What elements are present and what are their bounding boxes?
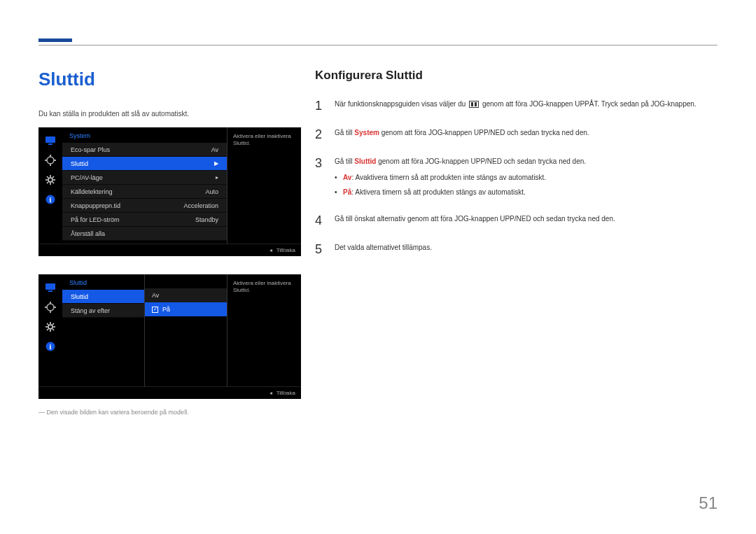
svg-text:i: i	[50, 343, 52, 351]
left-column: Sluttid Du kan ställa in produkten att s…	[38, 69, 301, 416]
step-number: 4	[315, 211, 325, 230]
step-3: 3 Gå till Sluttid genom att föra JOG-kna…	[315, 154, 714, 202]
list-item: Av: Avaktivera timern så att produkten i…	[335, 172, 586, 183]
svg-point-25	[48, 325, 52, 329]
svg-rect-18	[46, 283, 55, 290]
chevron-left-icon: ◂	[270, 247, 272, 253]
svg-rect-3	[50, 155, 51, 157]
osd-option-pa[interactable]: ✓På	[145, 302, 227, 316]
osd-row-sluttid[interactable]: Sluttid	[62, 290, 144, 304]
option-list: Av: Avaktivera timern så att produkten i…	[335, 172, 586, 197]
check-icon: ✓	[152, 307, 158, 313]
svg-rect-22	[50, 310, 51, 313]
target-icon	[44, 301, 57, 314]
step-text: Gå till Sluttid genom att föra JOG-knapp…	[335, 154, 586, 202]
osd-submenu: Av ✓På	[145, 274, 227, 386]
osd-sluttid-panel: i Sluttid Sluttid Stäng av efter Av ✓På …	[38, 274, 301, 399]
osd-row-offafter[interactable]: Stäng av efter	[62, 304, 144, 318]
step-5: 5 Det valda alternativet tillämpas.	[315, 240, 714, 259]
back-label: Tillbaka	[276, 247, 295, 253]
section-title: Sluttid	[38, 69, 301, 90]
osd-footer: ◂ Tillbaka	[38, 244, 301, 256]
step-number: 1	[315, 97, 325, 115]
header-rule	[38, 45, 718, 45]
svg-rect-6	[53, 160, 56, 161]
osd-menu-list: System Eco-spar PlusAv Sluttid▶ PC/AV-lä…	[62, 127, 227, 244]
jog-icon	[469, 101, 479, 108]
chevron-right-icon: ▶	[214, 160, 218, 167]
osd-sidebar: i	[38, 274, 62, 386]
svg-point-2	[47, 157, 54, 164]
osd-row-pcav[interactable]: PC/AV-läge▸	[62, 171, 227, 185]
svg-rect-0	[46, 136, 55, 143]
chevron-left-icon: ◂	[270, 390, 272, 396]
step-text: När funktionsknappsguiden visas väljer d…	[335, 97, 696, 115]
svg-line-31	[52, 329, 54, 330]
gear-icon	[44, 321, 57, 333]
svg-line-14	[47, 182, 48, 183]
footnote: ― Den visade bilden kan variera beroende…	[38, 409, 301, 416]
osd-footer: ◂ Tillbaka	[38, 386, 301, 399]
chevron-right-icon: ▸	[216, 174, 218, 181]
monitor-icon	[44, 281, 57, 294]
step-number: 5	[315, 240, 325, 259]
osd-help-text: Aktivera eller inaktivera Sluttid.	[227, 127, 301, 244]
osd-row-source[interactable]: KälldetekteringAuto	[62, 185, 227, 199]
step-2: 2 Gå till System genom att föra JOG-knap…	[315, 125, 714, 144]
step-text: Gå till önskat alternativ genom att föra…	[335, 211, 615, 230]
gear-icon	[44, 174, 57, 186]
osd-sidebar: i	[38, 127, 62, 244]
section-desc: Du kan ställa in produkten att slå av au…	[38, 110, 301, 118]
page-number: 51	[699, 493, 718, 513]
step-number: 2	[315, 125, 325, 144]
svg-line-12	[47, 176, 48, 178]
osd-menu-list: Sluttid Sluttid Stäng av efter	[62, 274, 145, 386]
monitor-icon	[44, 134, 57, 147]
svg-rect-5	[45, 160, 48, 161]
step-number: 3	[315, 154, 325, 202]
svg-rect-19	[48, 290, 52, 292]
svg-line-33	[52, 323, 54, 325]
osd-menu-title: System	[62, 127, 227, 143]
info-icon: i	[44, 193, 57, 206]
svg-rect-24	[53, 307, 56, 308]
svg-text:i: i	[50, 196, 52, 204]
osd-row-sluttid[interactable]: Sluttid▶	[62, 157, 227, 171]
right-column: Konfigurera Sluttid 1 När funktionsknapp…	[315, 69, 714, 269]
info-icon: i	[44, 340, 57, 353]
step-4: 4 Gå till önskat alternativ genom att fö…	[315, 211, 714, 230]
svg-point-7	[48, 178, 52, 182]
step-1: 1 När funktionsknappsguiden visas väljer…	[315, 97, 714, 115]
svg-line-13	[52, 182, 54, 183]
svg-line-15	[52, 176, 54, 178]
svg-rect-1	[48, 143, 52, 145]
svg-line-30	[47, 323, 48, 325]
header-accent	[38, 38, 72, 42]
osd-system-panel: i System Eco-spar PlusAv Sluttid▶ PC/AV-…	[38, 127, 301, 256]
osd-menu-title: Sluttid	[62, 274, 144, 290]
svg-point-20	[47, 304, 54, 311]
step-text: Gå till System genom att föra JOG-knappe…	[335, 125, 589, 144]
svg-line-32	[47, 329, 48, 330]
osd-row-keyrepeat[interactable]: Knappupprepn.tidAcceleration	[62, 199, 227, 213]
osd-row-led[interactable]: På för LED-strömStandby	[62, 213, 227, 227]
svg-rect-21	[50, 302, 51, 304]
list-item: På: Aktivera timern så att produkten stä…	[335, 187, 586, 197]
target-icon	[44, 154, 57, 167]
osd-help-text: Aktivera eller inaktivera Sluttid.	[227, 274, 301, 386]
svg-rect-23	[45, 307, 48, 308]
back-label: Tillbaka	[276, 390, 295, 396]
subsection-title: Konfigurera Sluttid	[315, 69, 714, 83]
osd-row-reset[interactable]: Återställ alla	[62, 227, 227, 241]
osd-row-eco[interactable]: Eco-spar PlusAv	[62, 143, 227, 157]
step-text: Det valda alternativet tillämpas.	[335, 240, 432, 259]
svg-rect-4	[50, 163, 51, 166]
osd-option-av[interactable]: Av	[145, 288, 227, 302]
